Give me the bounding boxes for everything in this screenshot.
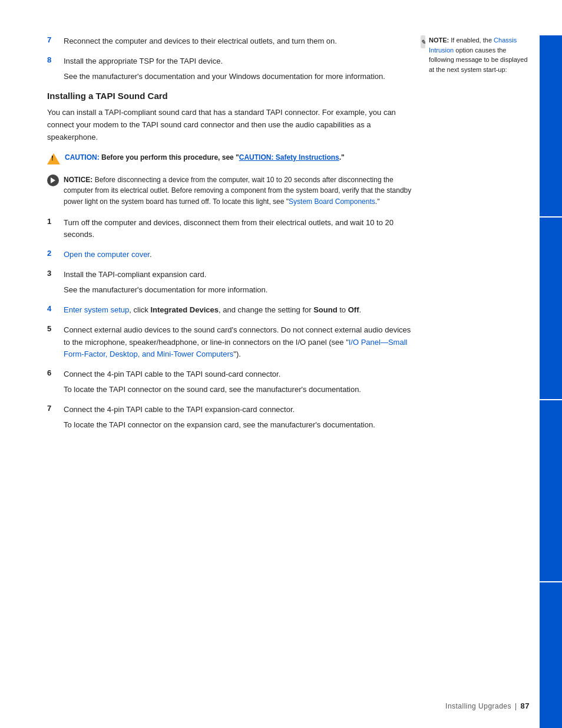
note-box: ✎ NOTE: If enabled, the Chassis Intrusio…	[421, 35, 530, 74]
section-intro: You can install a TAPI-compliant sound c…	[47, 107, 412, 143]
install-step-6-content: Connect the 4-pin TAPI cable to the TAPI…	[64, 368, 412, 396]
install-step-5-content: Connect external audio devices to the so…	[64, 324, 412, 360]
install-step-7-sub: To locate the TAPI connector on the expa…	[64, 419, 412, 431]
step-7-content: Reconnect the computer and devices to th…	[64, 35, 412, 47]
right-sidebar	[540, 35, 562, 728]
step-8-content: Install the appropriate TSP for the TAPI…	[64, 55, 412, 83]
blue-tab-2	[540, 218, 562, 398]
step-8-sub: See the manufacturer's documentation and…	[64, 71, 412, 83]
enter-system-setup-link[interactable]: Enter system setup	[64, 305, 129, 314]
install-step-7: 7 Connect the 4-pin TAPI cable to the TA…	[47, 404, 412, 431]
install-step-6-sub: To locate the TAPI connector on the soun…	[64, 384, 412, 396]
install-step-1-content: Turn off the computer and devices, disco…	[64, 217, 412, 241]
note-text: NOTE: If enabled, the Chassis Intrusion …	[429, 35, 530, 74]
install-step-2-number: 2	[47, 249, 64, 258]
blue-tab-4	[540, 582, 562, 728]
install-step-7-number: 7	[47, 404, 64, 413]
notice-text: NOTICE: Before disconnecting a device fr…	[64, 174, 412, 207]
caution-triangle-icon	[47, 153, 60, 164]
step-7: 7 Reconnect the computer and devices to …	[47, 35, 412, 47]
page-footer: Installing Upgrades | 87	[47, 701, 530, 710]
install-step-2-content: Open the computer cover.	[64, 249, 412, 261]
step-8: 8 Install the appropriate TSP for the TA…	[47, 55, 412, 83]
install-step-7-content: Connect the 4-pin TAPI cable to the TAPI…	[64, 404, 412, 431]
blue-tab-3	[540, 400, 562, 581]
footer-sep: |	[515, 702, 517, 710]
install-step-3: 3 Install the TAPI-compliant expansion c…	[47, 269, 412, 296]
main-content: 7 Reconnect the computer and devices to …	[47, 35, 412, 431]
install-step-3-sub: See the manufacturer's documentation for…	[64, 284, 412, 296]
notice-circle-icon	[47, 174, 59, 186]
install-step-4: 4 Enter system setup, click Integrated D…	[47, 304, 412, 316]
install-step-3-content: Install the TAPI-compliant expansion car…	[64, 269, 412, 296]
caution-box: CAUTION: Before you perform this procedu…	[47, 152, 412, 167]
install-step-4-content: Enter system setup, click Integrated Dev…	[64, 304, 412, 316]
install-step-4-number: 4	[47, 304, 64, 313]
notice-box: NOTICE: Before disconnecting a device fr…	[47, 174, 412, 207]
install-step-6: 6 Connect the 4-pin TAPI cable to the TA…	[47, 368, 412, 396]
system-board-link[interactable]: System Board Components	[289, 197, 375, 206]
caution-safety-link[interactable]: CAUTION: Safety Instructions	[239, 153, 339, 162]
blue-tab-1	[540, 35, 562, 216]
install-step-1-number: 1	[47, 217, 64, 226]
install-step-3-number: 3	[47, 269, 64, 278]
install-step-1: 1 Turn off the computer and devices, dis…	[47, 217, 412, 241]
install-step-5: 5 Connect external audio devices to the …	[47, 324, 412, 360]
footer-page-number: 87	[521, 701, 530, 710]
install-step-6-number: 6	[47, 368, 64, 377]
footer-label: Installing Upgrades	[445, 702, 511, 710]
install-step-2: 2 Open the computer cover.	[47, 249, 412, 261]
section-title: Installing a TAPI Sound Card	[47, 91, 412, 101]
caution-text: CAUTION: Before you perform this procedu…	[65, 152, 345, 163]
page-container: ✎ NOTE: If enabled, the Chassis Intrusio…	[0, 0, 562, 728]
note-icon: ✎	[421, 35, 425, 48]
install-step-5-number: 5	[47, 324, 64, 333]
open-computer-cover-link[interactable]: Open the computer cover	[64, 250, 150, 259]
step-8-number: 8	[47, 55, 64, 64]
step-7-number: 7	[47, 35, 64, 44]
